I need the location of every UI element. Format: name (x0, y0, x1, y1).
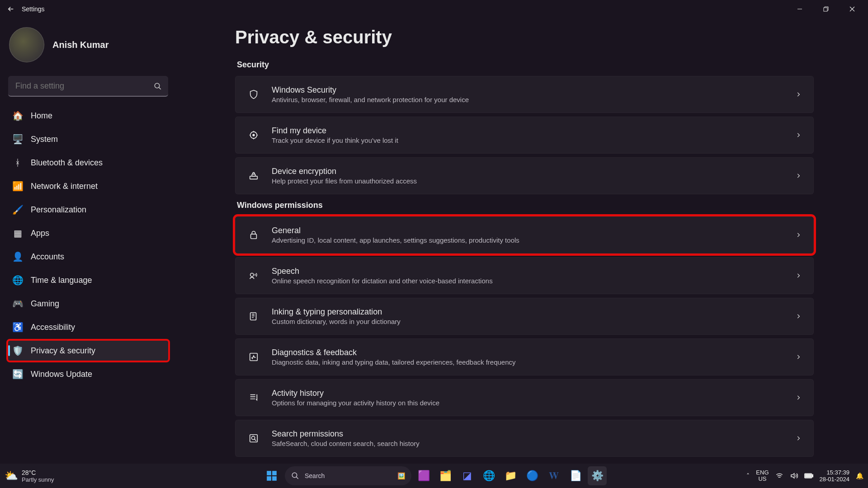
chevron-right-icon (795, 354, 802, 360)
taskbar-notepad-icon[interactable]: 📄 (566, 466, 585, 485)
personalization-icon: 🖌️ (13, 205, 23, 215)
taskbar-chrome-icon[interactable]: 🔵 (523, 466, 542, 485)
card-encr[interactable]: Device encryptionHelp protect your files… (235, 157, 814, 194)
system-icon: 🖥️ (13, 134, 23, 144)
card-diag[interactable]: Diagnostics & feedbackDiagnostic data, i… (235, 338, 814, 375)
home-icon: 🏠 (13, 111, 23, 121)
svg-point-1 (155, 83, 160, 88)
card-searchperm[interactable]: Search permissionsSafeSearch, cloud cont… (235, 420, 814, 457)
taskbar-app-icon[interactable]: ◪ (458, 466, 476, 485)
svg-rect-9 (250, 353, 258, 361)
card-title: General (272, 226, 783, 235)
sidebar-item-accounts[interactable]: 👤Accounts (7, 246, 169, 267)
tray-overflow-icon[interactable]: ˄ (746, 472, 750, 479)
sidebar-item-label: Windows Update (31, 370, 92, 379)
sidebar-item-label: Accounts (31, 252, 64, 262)
sidebar-item-privacy[interactable]: 🛡️Privacy & security (7, 340, 169, 361)
card-subtitle: Advertising ID, local content, app launc… (272, 236, 783, 244)
sidebar-item-system[interactable]: 🖥️System (7, 128, 169, 150)
start-button[interactable] (261, 466, 282, 485)
weather-desc: Partly sunny (22, 476, 54, 483)
taskbar-settings-icon[interactable]: ⚙️ (588, 466, 607, 485)
taskbar-weather[interactable]: ⛅ 28°C Partly sunny (5, 469, 95, 483)
tray-wifi-icon[interactable] (775, 472, 783, 480)
svg-rect-6 (251, 234, 257, 239)
sidebar-item-label: Home (31, 111, 52, 121)
page-title: Privacy & security (235, 27, 814, 47)
sidebar-item-bluetooth[interactable]: ᚼBluetooth & devices (7, 152, 169, 174)
accessibility-icon: ♿ (13, 322, 23, 332)
tray-language[interactable]: ENG US (756, 469, 769, 482)
tray-volume-icon[interactable] (790, 472, 798, 480)
taskbar-word-icon[interactable]: 𝐖 (544, 466, 563, 485)
search-icon (154, 82, 162, 90)
tray-clock[interactable]: 15:37:39 28-01-2024 (820, 469, 850, 483)
sidebar-item-personalization[interactable]: 🖌️Personalization (7, 199, 169, 221)
sidebar-item-label: Privacy & security (31, 346, 95, 356)
taskbar-explorer-icon[interactable]: 📁 (501, 466, 520, 485)
card-subtitle: Antivirus, browser, firewall, and networ… (272, 96, 783, 103)
svg-rect-0 (824, 8, 827, 11)
svg-rect-13 (272, 471, 277, 475)
card-speech[interactable]: SpeechOnline speech recognition for dict… (235, 257, 814, 294)
card-winsec[interactable]: Windows SecurityAntivirus, browser, fire… (235, 76, 814, 113)
svg-rect-8 (250, 313, 256, 320)
chevron-right-icon (795, 132, 802, 138)
taskbar-search-label: Search (305, 472, 325, 479)
sidebar-item-accessibility[interactable]: ♿Accessibility (7, 316, 169, 338)
nav-list: 🏠Home🖥️SystemᚼBluetooth & devices📶Networ… (7, 105, 169, 385)
window-title: Settings (22, 5, 45, 13)
section-header: Security (237, 60, 814, 70)
sidebar-item-label: System (31, 135, 58, 144)
card-title: Search permissions (272, 429, 783, 439)
card-subtitle: Track your device if you think you've lo… (272, 136, 783, 144)
sidebar-item-time[interactable]: 🌐Time & language (7, 269, 169, 291)
minimize-button[interactable] (787, 0, 813, 18)
sidebar-item-update[interactable]: 🔄Windows Update (7, 363, 169, 385)
sidebar-item-label: Accessibility (31, 323, 75, 332)
svg-point-3 (253, 134, 255, 136)
main-content: Privacy & security SecurityWindows Secur… (176, 18, 868, 464)
svg-rect-19 (805, 474, 811, 478)
inking-icon (247, 311, 260, 321)
svg-rect-18 (812, 475, 813, 477)
chevron-right-icon (795, 435, 802, 441)
back-button[interactable] (3, 1, 19, 17)
card-activity[interactable]: Activity historyOptions for managing you… (235, 379, 814, 416)
chevron-right-icon (795, 173, 802, 179)
taskbar-taskview-icon[interactable]: 🗂️ (436, 466, 455, 485)
card-general[interactable]: GeneralAdvertising ID, local content, ap… (235, 216, 814, 253)
sidebar-item-apps[interactable]: ▦Apps (7, 222, 169, 244)
card-title: Find my device (272, 126, 783, 136)
svg-rect-10 (250, 435, 258, 442)
chevron-right-icon (795, 91, 802, 98)
maximize-button[interactable] (813, 0, 839, 18)
sidebar-item-network[interactable]: 📶Network & internet (7, 175, 169, 197)
weather-icon: ⛅ (5, 469, 18, 482)
search-input[interactable] (8, 76, 168, 97)
bluetooth-icon: ᚼ (13, 158, 23, 168)
tray-notifications-icon[interactable]: 🔔 (856, 472, 863, 479)
tray-battery-icon[interactable] (804, 473, 813, 479)
card-inking[interactable]: Inking & typing personalizationCustom di… (235, 298, 814, 335)
sidebar-item-label: Personalization (31, 205, 86, 215)
card-title: Speech (272, 267, 783, 276)
update-icon: 🔄 (13, 369, 23, 379)
chevron-right-icon (795, 272, 802, 279)
sidebar-item-gaming[interactable]: 🎮Gaming (7, 293, 169, 314)
sidebar-item-label: Time & language (31, 276, 92, 285)
svg-rect-14 (267, 476, 271, 481)
time-icon: 🌐 (13, 275, 23, 285)
taskbar-copilot-icon[interactable]: 🟪 (414, 466, 433, 485)
card-findmy[interactable]: Find my deviceTrack your device if you t… (235, 117, 814, 154)
taskbar-edge-icon[interactable]: 🌐 (479, 466, 498, 485)
lock-icon (247, 230, 260, 240)
close-button[interactable] (839, 0, 865, 18)
taskbar-search[interactable]: Search 🖼️ (285, 466, 411, 485)
search-highlight-icon: 🖼️ (397, 472, 405, 479)
card-subtitle: Custom dictionary, words in your diction… (272, 318, 783, 325)
sidebar-item-home[interactable]: 🏠Home (7, 105, 169, 127)
card-title: Diagnostics & feedback (272, 348, 783, 357)
accounts-icon: 👤 (13, 252, 23, 262)
profile[interactable]: Anish Kumar (7, 23, 169, 73)
